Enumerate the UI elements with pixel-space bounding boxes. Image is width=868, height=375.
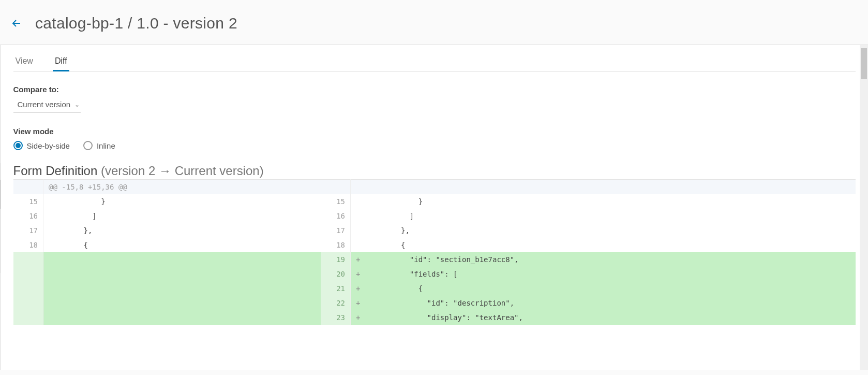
compare-to-value: Current version [18,100,71,109]
lineno-right: 15 [321,194,351,209]
diff-marker [351,238,361,252]
sidebar-resize-handle[interactable] [0,180,1,209]
code-left: } [43,194,321,209]
view-mode-label: View mode [13,127,856,136]
code-left [43,281,321,296]
radio-circle-icon [13,141,23,150]
version-timeline: Current ver: VERSION version 2 Created b… [0,45,1,273]
code-left [43,296,321,310]
lineno-left [13,281,43,296]
lineno-left [13,310,43,325]
lineno-left [13,252,43,267]
compare-to-select[interactable]: Current version ⌄ [13,98,81,112]
lineno-right: 21 [321,281,351,296]
diff-marker [351,223,361,238]
diff-row: 19+ "id": "section_b1e7acc8", [13,252,856,267]
lineno-left: 18 [13,238,43,252]
code-right [361,180,856,195]
content-area: « Current ver: VERSION version 2 Created… [0,45,868,370]
code-right: { [361,281,856,296]
diff-table: @@ -15,8 +15,36 @@15 }15 }16 ]16 ]17 },1… [13,179,856,325]
code-left [43,252,321,267]
lineno-right: 22 [321,296,351,310]
lineno-right: 16 [321,209,351,223]
code-right: }, [361,223,856,238]
tab-view[interactable]: View [13,53,35,71]
diff-row: 18 {18 { [13,238,856,252]
lineno-left [13,267,43,281]
diff-heading: Form Definition (version 2 → Current ver… [13,164,856,178]
lineno-right: 20 [321,267,351,281]
tab-bar: View Diff [13,53,856,71]
diff-marker: + [351,267,361,281]
lineno-right: 18 [321,238,351,252]
diff-marker: + [351,281,361,296]
code-left [43,310,321,325]
lineno-right: 19 [321,252,351,267]
lineno-right: 17 [321,223,351,238]
back-arrow-icon[interactable] [10,17,23,30]
diff-row: 20+ "fields": [ [13,267,856,281]
diff-title-main: Form Definition [13,164,101,178]
compare-to-label: Compare to: [13,85,856,94]
diff-marker [351,180,361,195]
diff-marker: + [351,252,361,267]
tab-diff[interactable]: Diff [53,53,69,71]
diff-row: 21+ { [13,281,856,296]
code-left: ] [43,209,321,223]
diff-title-sub: (version 2 → Current version) [101,164,264,178]
code-right: ] [361,209,856,223]
diff-row: 17 },17 }, [13,223,856,238]
diff-row: 15 }15 } [13,194,856,209]
lineno-right: 23 [321,310,351,325]
main-wrap: View Diff Compare to: Current version ⌄ … [1,45,868,370]
diff-hunk-header: @@ -15,8 +15,36 @@ [13,180,856,195]
code-right: } [361,194,856,209]
code-right: "display": "textArea", [361,310,856,325]
view-mode-radio-group: Side-by-side Inline [13,141,856,150]
lineno-left [13,296,43,310]
radio-circle-icon [83,141,93,150]
lineno-right [321,180,351,195]
code-left: }, [43,223,321,238]
radio-side-by-side[interactable]: Side-by-side [13,141,70,150]
page-header: catalog-bp-1 / 1.0 - version 2 [0,0,868,45]
diff-row: 16 ]16 ] [13,209,856,223]
lineno-left [13,180,43,195]
diff-marker: + [351,296,361,310]
diff-row: 22+ "id": "description", [13,296,856,310]
diff-marker: + [351,310,361,325]
main-panel: View Diff Compare to: Current version ⌄ … [1,45,868,325]
radio-inline[interactable]: Inline [83,141,115,150]
diff-marker [351,209,361,223]
diff-row: 23+ "display": "textArea", [13,310,856,325]
code-right: "id": "description", [361,296,856,310]
chevron-down-icon: ⌄ [74,101,80,108]
code-right: "fields": [ [361,267,856,281]
scrollbar-thumb[interactable] [861,48,867,79]
lineno-left: 16 [13,209,43,223]
diff-marker [351,194,361,209]
radio-label: Inline [97,141,115,150]
scrollbar-track[interactable] [860,45,868,370]
code-left: { [43,238,321,252]
code-right: "id": "section_b1e7acc8", [361,252,856,267]
hunk-text: @@ -15,8 +15,36 @@ [43,180,321,195]
page-title: catalog-bp-1 / 1.0 - version 2 [35,15,237,32]
code-left [43,267,321,281]
radio-label: Side-by-side [27,141,70,150]
lineno-left: 15 [13,194,43,209]
code-right: { [361,238,856,252]
lineno-left: 17 [13,223,43,238]
